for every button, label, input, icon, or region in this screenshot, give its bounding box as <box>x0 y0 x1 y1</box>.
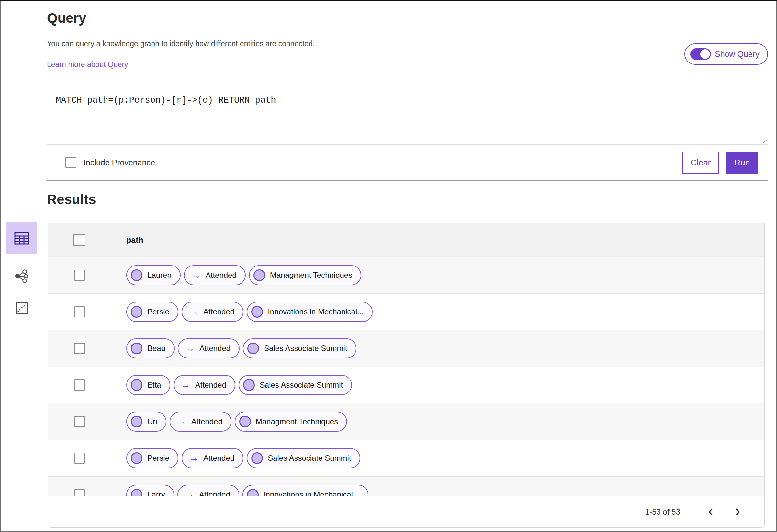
node-pill[interactable]: Persie <box>126 302 179 322</box>
edge-label: Attended <box>199 344 230 353</box>
node-icon <box>239 416 251 427</box>
clear-button[interactable]: Clear <box>682 151 719 174</box>
node-icon <box>131 416 142 427</box>
node-pill[interactable]: Uri <box>126 412 166 432</box>
table-row: Etta →Attended Sales Associate Summit <box>48 367 764 404</box>
node-pill[interactable]: Sales Associate Summit <box>243 338 356 358</box>
node-label: Etta <box>147 381 161 390</box>
edge-pill[interactable]: →Attended <box>184 265 246 285</box>
arrow-right-icon: → <box>186 344 195 353</box>
table-row: Uri →Attended Managment Techniques <box>48 404 764 440</box>
chevron-right-icon <box>734 507 741 517</box>
node-label: Uri <box>147 417 157 426</box>
edge-label: Attended <box>199 490 230 496</box>
node-pill[interactable]: Sales Associate Summit <box>247 448 360 468</box>
learn-more-link[interactable]: Learn more about Query <box>47 60 128 69</box>
edge-pill[interactable]: →Attended <box>178 485 239 496</box>
results-table: path Lauren →Attended Managment Techniqu… <box>47 223 765 496</box>
node-label: Innovations in Mechanical... <box>268 307 363 316</box>
page-title: Query <box>47 10 86 26</box>
node-label: Sales Associate Summit <box>268 454 351 463</box>
node-icon <box>251 306 263 318</box>
node-label: Managment Techniques <box>270 271 352 280</box>
show-query-toggle-button[interactable]: Show Query <box>684 43 768 65</box>
table-view-icon <box>14 232 29 245</box>
show-query-label: Show Query <box>715 49 760 59</box>
row-checkbox[interactable] <box>74 453 85 464</box>
edge-pill[interactable]: →Attended <box>178 338 240 358</box>
toggle-switch-icon[interactable] <box>690 48 711 60</box>
node-icon <box>131 489 142 496</box>
edge-label: Attended <box>206 271 237 280</box>
previous-page-button[interactable] <box>705 506 716 518</box>
node-label: Sales Associate Summit <box>264 344 347 353</box>
node-icon <box>251 452 263 464</box>
node-pill[interactable]: Persie <box>126 448 179 468</box>
query-input[interactable]: MATCH path=(p:Person)-[r]->(e) RETURN pa… <box>47 88 768 144</box>
node-pill[interactable]: Etta <box>126 375 170 395</box>
node-pill[interactable]: Lauren <box>126 265 181 285</box>
node-icon <box>131 270 142 281</box>
row-checkbox[interactable] <box>74 416 85 427</box>
node-pill[interactable]: Beau <box>126 338 175 358</box>
query-editor: MATCH path=(p:Person)-[r]->(e) RETURN pa… <box>47 88 768 145</box>
arrow-right-icon: → <box>189 454 199 463</box>
node-label: Larry <box>147 490 165 496</box>
node-icon <box>131 343 142 354</box>
node-label: Beau <box>147 344 165 353</box>
header-path-cell: path <box>111 223 764 257</box>
toggle-knob <box>700 49 710 59</box>
node-pill[interactable]: Innovations in Mechanical... <box>247 302 373 322</box>
pagination-bar: 1-53 of 53 <box>47 496 765 528</box>
row-checkbox[interactable] <box>74 270 85 281</box>
arrow-right-icon: → <box>189 307 199 316</box>
edge-pill[interactable]: →Attended <box>182 448 243 468</box>
arrow-right-icon: → <box>178 417 187 426</box>
row-checkbox[interactable] <box>74 489 85 496</box>
next-page-button[interactable] <box>732 506 743 518</box>
node-icon <box>243 379 255 391</box>
table-row: Persie →Attended Innovations in Mechanic… <box>48 294 764 330</box>
results-heading: Results <box>47 192 96 207</box>
node-pill[interactable]: Larry <box>126 485 174 496</box>
node-label: Sales Associate Summit <box>260 381 343 390</box>
arrow-right-icon: → <box>192 271 201 280</box>
row-checkbox[interactable] <box>74 306 85 317</box>
path-column-header: path <box>126 235 143 245</box>
table-view-button[interactable] <box>6 222 37 254</box>
arrow-right-icon: → <box>181 381 190 390</box>
query-panel: MATCH path=(p:Person)-[r]->(e) RETURN pa… <box>47 88 768 181</box>
node-label: Managment Techniques <box>256 417 338 426</box>
edge-label: Attended <box>203 307 234 316</box>
node-label: Lauren <box>147 271 172 280</box>
node-icon <box>131 452 142 464</box>
run-button[interactable]: Run <box>727 151 758 174</box>
node-label: Persie <box>147 454 169 463</box>
node-icon <box>131 379 142 391</box>
results-view-switcher <box>6 222 37 318</box>
node-icon <box>247 489 259 496</box>
include-provenance-checkbox[interactable] <box>66 157 77 168</box>
table-row: Persie →Attended Sales Associate Summit <box>48 440 764 476</box>
edge-pill[interactable]: →Attended <box>170 412 231 432</box>
graph-view-button[interactable] <box>6 267 37 286</box>
node-pill[interactable]: Managment Techniques <box>235 412 347 432</box>
table-row: Larry →Attended Innovations in Mechanica… <box>48 476 764 496</box>
select-all-checkbox[interactable] <box>74 234 86 246</box>
node-icon <box>247 343 259 354</box>
node-pill[interactable]: Sales Associate Summit <box>239 375 352 395</box>
node-icon <box>131 306 142 318</box>
edge-pill[interactable]: →Attended <box>182 302 243 322</box>
edge-label: Attended <box>195 381 226 390</box>
chart-view-icon <box>15 302 28 314</box>
row-checkbox[interactable] <box>74 343 85 354</box>
node-label: Innovations in Mechanical... <box>263 490 359 496</box>
node-pill[interactable]: Innovations in Mechanical... <box>242 485 368 496</box>
table-row: Beau →Attended Sales Associate Summit <box>48 330 764 367</box>
chart-view-button[interactable] <box>6 298 37 318</box>
node-pill[interactable]: Managment Techniques <box>249 265 361 285</box>
query-controls-bar: Include Provenance Clear Run <box>47 145 768 180</box>
edge-pill[interactable]: →Attended <box>174 375 235 395</box>
row-checkbox[interactable] <box>74 380 85 391</box>
pagination-range-label: 1-53 of 53 <box>645 507 680 517</box>
